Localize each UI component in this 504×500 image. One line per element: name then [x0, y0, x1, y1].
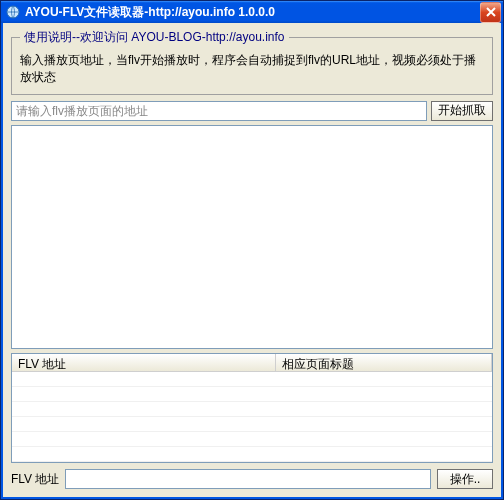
column-flv-url[interactable]: FLV 地址	[12, 354, 276, 371]
browser-panel[interactable]	[11, 125, 493, 349]
flv-url-input[interactable]	[65, 469, 431, 489]
instructions-legend: 使用说明--欢迎访问 AYOU-BLOG-http://ayou.info	[20, 29, 289, 46]
bottom-row: FLV 地址 操作..	[11, 469, 493, 489]
client-area: 使用说明--欢迎访问 AYOU-BLOG-http://ayou.info 输入…	[1, 23, 503, 499]
instructions-text: 输入播放页地址，当flv开始播放时，程序会自动捕捉到flv的URL地址，视频必须…	[20, 52, 484, 86]
titlebar: AYOU-FLV文件读取器-http://ayou.info 1.0.0.0	[1, 1, 503, 23]
app-icon	[5, 4, 21, 20]
page-url-input[interactable]	[11, 101, 427, 121]
fetch-button[interactable]: 开始抓取	[431, 101, 493, 121]
column-page-title[interactable]: 相应页面标题	[276, 354, 492, 371]
action-button[interactable]: 操作..	[437, 469, 493, 489]
results-listview[interactable]: FLV 地址 相应页面标题	[11, 353, 493, 463]
listview-header: FLV 地址 相应页面标题	[12, 354, 492, 372]
listview-body[interactable]	[12, 372, 492, 462]
flv-url-label: FLV 地址	[11, 471, 59, 488]
instructions-group: 使用说明--欢迎访问 AYOU-BLOG-http://ayou.info 输入…	[11, 29, 493, 95]
app-window: AYOU-FLV文件读取器-http://ayou.info 1.0.0.0 使…	[0, 0, 504, 500]
url-row: 开始抓取	[11, 101, 493, 121]
close-button[interactable]	[480, 2, 501, 23]
window-title: AYOU-FLV文件读取器-http://ayou.info 1.0.0.0	[25, 4, 480, 21]
